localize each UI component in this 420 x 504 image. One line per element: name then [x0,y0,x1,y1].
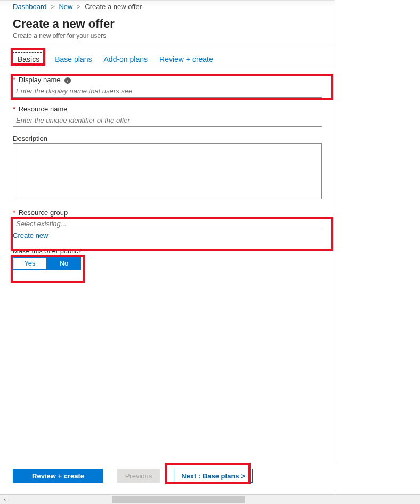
tab-review-create[interactable]: Review + create [158,52,214,68]
description-input[interactable] [13,143,322,199]
scroll-left-icon[interactable]: ‹ [0,495,10,505]
required-icon: * [13,209,15,217]
field-description: Description [13,134,322,201]
resource-name-label: Resource name [19,105,68,113]
field-display-name: * Display name i [13,76,322,98]
resource-group-select[interactable]: Select existing... [13,218,322,230]
review-create-button[interactable]: Review + create [13,469,103,483]
chevron-right-icon: > [51,3,55,11]
breadcrumb-new[interactable]: New [59,3,72,11]
breadcrumb-dashboard[interactable]: Dashboard [13,3,47,11]
footer-bar: Review + create Previous Next : Base pla… [0,462,335,489]
required-icon: * [13,76,15,84]
breadcrumb: Dashboard > New > Create a new offer [0,0,335,12]
public-no-button[interactable]: No [47,257,81,270]
tab-addon-plans[interactable]: Add-on plans [103,52,149,68]
tab-basics[interactable]: Basics [13,52,44,68]
horizontal-scrollbar[interactable]: ‹ [0,494,420,504]
public-toggle: Yes No [13,257,322,270]
make-public-label: Make this offer public? [13,247,82,255]
next-button[interactable]: Next : Base plans > [174,469,253,483]
tab-bar: Basics Base plans Add-on plans Review + … [0,43,335,68]
page-title: Create a new offer [13,17,322,31]
description-label: Description [13,134,47,142]
page-header: Create a new offer Create a new offer fo… [0,12,335,43]
breadcrumb-current: Create a new offer [85,3,142,11]
resource-group-label: Resource group [19,209,68,217]
chevron-right-icon: > [77,3,81,11]
public-yes-button[interactable]: Yes [13,257,47,270]
info-icon[interactable]: i [64,77,71,84]
field-resource-group: * Resource group Select existing... Crea… [13,209,322,239]
page-subtitle: Create a new offer for your users [13,32,322,39]
display-name-label: Display name [19,76,61,84]
resource-name-input[interactable] [13,114,322,127]
field-make-public: Make this offer public? Yes No [13,247,322,270]
previous-button: Previous [117,469,160,483]
create-new-link[interactable]: Create new [13,231,48,239]
display-name-input[interactable] [13,85,322,98]
scroll-thumb[interactable] [112,496,245,503]
tab-base-plans[interactable]: Base plans [54,52,93,68]
required-icon: * [13,105,15,113]
field-resource-name: * Resource name [13,105,322,127]
